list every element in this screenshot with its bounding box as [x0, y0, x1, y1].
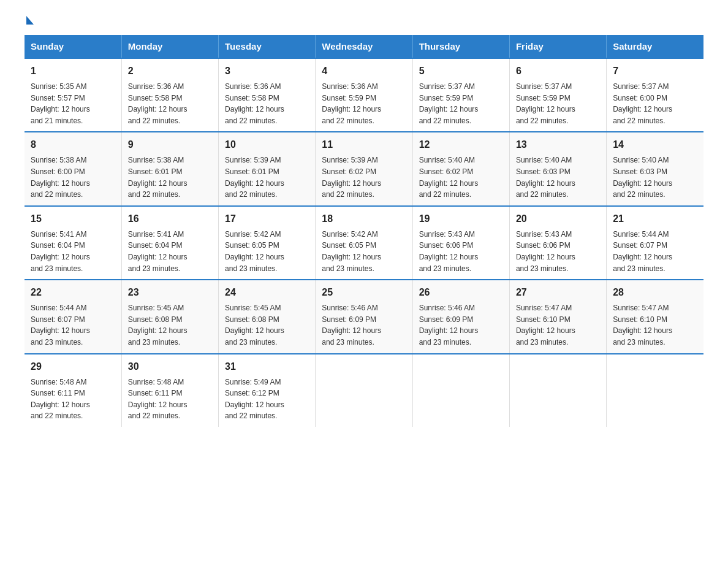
day-number: 12: [419, 137, 503, 152]
calendar-cell: 12 Sunrise: 5:40 AM Sunset: 6:02 PM Dayl…: [412, 132, 509, 205]
calendar-header-row: SundayMondayTuesdayWednesdayThursdayFrid…: [25, 35, 703, 58]
header-monday: Monday: [121, 35, 218, 58]
day-info: Sunrise: 5:47 AM Sunset: 6:10 PM Dayligh…: [613, 302, 697, 348]
page-header: [25, 18, 703, 23]
day-info: Sunrise: 5:37 AM Sunset: 5:59 PM Dayligh…: [516, 81, 600, 126]
calendar-cell: 10 Sunrise: 5:39 AM Sunset: 6:01 PM Dayl…: [219, 132, 316, 205]
calendar-cell: [509, 354, 606, 427]
day-number: 10: [225, 137, 309, 152]
calendar-cell: 23 Sunrise: 5:45 AM Sunset: 6:08 PM Dayl…: [121, 280, 218, 353]
calendar-cell: 9 Sunrise: 5:38 AM Sunset: 6:01 PM Dayli…: [121, 132, 218, 205]
day-info: Sunrise: 5:43 AM Sunset: 6:06 PM Dayligh…: [419, 229, 503, 274]
day-number: 17: [225, 212, 309, 226]
day-number: 18: [322, 212, 406, 226]
day-info: Sunrise: 5:36 AM Sunset: 5:58 PM Dayligh…: [128, 81, 212, 126]
calendar-cell: 17 Sunrise: 5:42 AM Sunset: 6:05 PM Dayl…: [219, 206, 316, 280]
header-wednesday: Wednesday: [316, 35, 412, 58]
day-info: Sunrise: 5:43 AM Sunset: 6:06 PM Dayligh…: [516, 229, 600, 274]
calendar-cell: [316, 354, 412, 427]
day-number: 24: [225, 285, 309, 300]
calendar-cell: 26 Sunrise: 5:46 AM Sunset: 6:09 PM Dayl…: [412, 280, 509, 353]
day-info: Sunrise: 5:40 AM Sunset: 6:03 PM Dayligh…: [613, 155, 697, 200]
calendar-cell: 25 Sunrise: 5:46 AM Sunset: 6:09 PM Dayl…: [316, 280, 412, 353]
calendar-cell: 24 Sunrise: 5:45 AM Sunset: 6:08 PM Dayl…: [219, 280, 316, 353]
day-number: 30: [128, 359, 212, 374]
day-number: 25: [322, 285, 406, 300]
calendar-cell: 22 Sunrise: 5:44 AM Sunset: 6:07 PM Dayl…: [25, 280, 121, 353]
day-info: Sunrise: 5:48 AM Sunset: 6:11 PM Dayligh…: [128, 377, 212, 422]
calendar-cell: 29 Sunrise: 5:48 AM Sunset: 6:11 PM Dayl…: [25, 354, 121, 427]
header-saturday: Saturday: [607, 35, 703, 58]
day-number: 19: [419, 212, 503, 226]
day-info: Sunrise: 5:42 AM Sunset: 6:05 PM Dayligh…: [225, 229, 309, 274]
day-number: 29: [31, 359, 115, 374]
header-thursday: Thursday: [412, 35, 509, 58]
day-info: Sunrise: 5:36 AM Sunset: 5:58 PM Dayligh…: [225, 81, 309, 126]
calendar-cell: 19 Sunrise: 5:43 AM Sunset: 6:06 PM Dayl…: [412, 206, 509, 280]
day-number: 4: [322, 64, 406, 79]
day-info: Sunrise: 5:44 AM Sunset: 6:07 PM Dayligh…: [31, 302, 115, 348]
day-number: 3: [225, 64, 309, 79]
day-info: Sunrise: 5:48 AM Sunset: 6:11 PM Dayligh…: [31, 377, 115, 422]
day-info: Sunrise: 5:44 AM Sunset: 6:07 PM Dayligh…: [613, 229, 697, 274]
calendar-cell: 21 Sunrise: 5:44 AM Sunset: 6:07 PM Dayl…: [607, 206, 703, 280]
day-info: Sunrise: 5:40 AM Sunset: 6:03 PM Dayligh…: [516, 155, 600, 200]
day-info: Sunrise: 5:40 AM Sunset: 6:02 PM Dayligh…: [419, 155, 503, 200]
day-number: 2: [128, 64, 212, 79]
day-number: 22: [31, 285, 115, 300]
day-number: 9: [128, 137, 212, 152]
logo: [25, 18, 34, 23]
day-info: Sunrise: 5:46 AM Sunset: 6:09 PM Dayligh…: [419, 302, 503, 348]
day-number: 5: [419, 64, 503, 79]
calendar-week-row: 8 Sunrise: 5:38 AM Sunset: 6:00 PM Dayli…: [25, 132, 703, 205]
calendar-cell: 20 Sunrise: 5:43 AM Sunset: 6:06 PM Dayl…: [509, 206, 606, 280]
day-info: Sunrise: 5:45 AM Sunset: 6:08 PM Dayligh…: [128, 302, 212, 348]
day-number: 6: [516, 64, 600, 79]
day-number: 11: [322, 137, 406, 152]
calendar-cell: 2 Sunrise: 5:36 AM Sunset: 5:58 PM Dayli…: [121, 58, 218, 132]
calendar-cell: 31 Sunrise: 5:49 AM Sunset: 6:12 PM Dayl…: [219, 354, 316, 427]
calendar-cell: 14 Sunrise: 5:40 AM Sunset: 6:03 PM Dayl…: [607, 132, 703, 205]
calendar-cell: 18 Sunrise: 5:42 AM Sunset: 6:05 PM Dayl…: [316, 206, 412, 280]
header-tuesday: Tuesday: [219, 35, 316, 58]
day-number: 7: [613, 64, 697, 79]
day-number: 1: [31, 64, 115, 79]
day-number: 14: [613, 137, 697, 152]
day-info: Sunrise: 5:39 AM Sunset: 6:01 PM Dayligh…: [225, 155, 309, 200]
day-number: 23: [128, 285, 212, 300]
calendar-cell: 13 Sunrise: 5:40 AM Sunset: 6:03 PM Dayl…: [509, 132, 606, 205]
day-number: 16: [128, 212, 212, 226]
calendar-cell: 7 Sunrise: 5:37 AM Sunset: 6:00 PM Dayli…: [607, 58, 703, 132]
day-number: 31: [225, 359, 309, 374]
day-info: Sunrise: 5:37 AM Sunset: 5:59 PM Dayligh…: [419, 81, 503, 126]
day-number: 13: [516, 137, 600, 152]
calendar-week-row: 1 Sunrise: 5:35 AM Sunset: 5:57 PM Dayli…: [25, 58, 703, 132]
calendar-cell: 28 Sunrise: 5:47 AM Sunset: 6:10 PM Dayl…: [607, 280, 703, 353]
day-info: Sunrise: 5:38 AM Sunset: 6:01 PM Dayligh…: [128, 155, 212, 200]
day-info: Sunrise: 5:42 AM Sunset: 6:05 PM Dayligh…: [322, 229, 406, 274]
calendar-cell: 15 Sunrise: 5:41 AM Sunset: 6:04 PM Dayl…: [25, 206, 121, 280]
calendar-cell: 8 Sunrise: 5:38 AM Sunset: 6:00 PM Dayli…: [25, 132, 121, 205]
day-info: Sunrise: 5:38 AM Sunset: 6:00 PM Dayligh…: [31, 155, 115, 200]
calendar-week-row: 22 Sunrise: 5:44 AM Sunset: 6:07 PM Dayl…: [25, 280, 703, 353]
logo-triangle-icon: [26, 16, 34, 25]
day-info: Sunrise: 5:46 AM Sunset: 6:09 PM Dayligh…: [322, 302, 406, 348]
calendar-cell: 27 Sunrise: 5:47 AM Sunset: 6:10 PM Dayl…: [509, 280, 606, 353]
day-info: Sunrise: 5:39 AM Sunset: 6:02 PM Dayligh…: [322, 155, 406, 200]
calendar-cell: [607, 354, 703, 427]
day-info: Sunrise: 5:47 AM Sunset: 6:10 PM Dayligh…: [516, 302, 600, 348]
calendar-cell: 30 Sunrise: 5:48 AM Sunset: 6:11 PM Dayl…: [121, 354, 218, 427]
day-info: Sunrise: 5:35 AM Sunset: 5:57 PM Dayligh…: [31, 81, 115, 126]
day-info: Sunrise: 5:45 AM Sunset: 6:08 PM Dayligh…: [225, 302, 309, 348]
day-info: Sunrise: 5:37 AM Sunset: 6:00 PM Dayligh…: [613, 81, 697, 126]
calendar-cell: 5 Sunrise: 5:37 AM Sunset: 5:59 PM Dayli…: [412, 58, 509, 132]
day-number: 8: [31, 137, 115, 152]
day-info: Sunrise: 5:49 AM Sunset: 6:12 PM Dayligh…: [225, 377, 309, 422]
calendar-cell: 4 Sunrise: 5:36 AM Sunset: 5:59 PM Dayli…: [316, 58, 412, 132]
day-info: Sunrise: 5:41 AM Sunset: 6:04 PM Dayligh…: [128, 229, 212, 274]
header-sunday: Sunday: [25, 35, 121, 58]
day-number: 28: [613, 285, 697, 300]
calendar-week-row: 15 Sunrise: 5:41 AM Sunset: 6:04 PM Dayl…: [25, 206, 703, 280]
calendar-cell: 6 Sunrise: 5:37 AM Sunset: 5:59 PM Dayli…: [509, 58, 606, 132]
calendar-table: SundayMondayTuesdayWednesdayThursdayFrid…: [25, 35, 703, 427]
